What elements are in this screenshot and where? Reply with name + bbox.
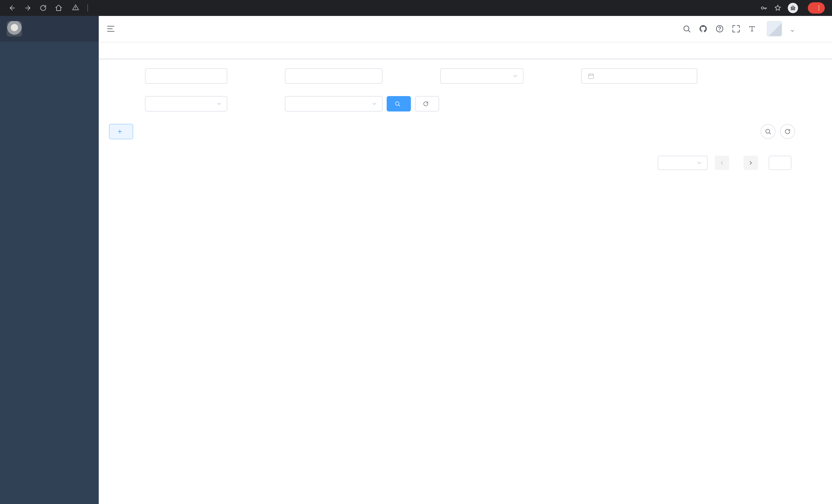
goto-page-input[interactable]: [769, 156, 791, 170]
filter-row-1: [109, 68, 795, 84]
help-icon[interactable]: [715, 24, 724, 33]
table-tools: [760, 124, 795, 139]
back-icon[interactable]: [5, 1, 20, 15]
parent-process-input[interactable]: [285, 68, 383, 84]
refresh-table-button[interactable]: [780, 124, 795, 139]
table-toolbar: [109, 124, 795, 139]
prev-page-button[interactable]: [715, 156, 729, 170]
address-bar[interactable]: [72, 4, 759, 12]
pagination: [109, 156, 795, 170]
plus-icon: [117, 129, 123, 135]
key-icon[interactable]: [760, 4, 768, 12]
warning-icon: [72, 4, 79, 12]
page-content: [99, 59, 832, 504]
hide-search-button[interactable]: [760, 124, 775, 139]
create-process-button[interactable]: [109, 124, 133, 139]
home-icon[interactable]: [51, 1, 66, 15]
calendar-icon: [588, 73, 594, 79]
fullscreen-icon[interactable]: [732, 24, 740, 33]
sidebar-toggle-icon[interactable]: [99, 24, 123, 33]
search-button[interactable]: [387, 96, 411, 111]
status-select[interactable]: [145, 96, 227, 111]
chevron-down-icon: [696, 160, 702, 166]
submit-time-range-picker[interactable]: [581, 68, 697, 84]
address-separator: [87, 4, 88, 11]
main-panel: [99, 16, 832, 504]
page-size-select[interactable]: [658, 156, 707, 170]
category-select[interactable]: [440, 68, 523, 84]
font-size-icon[interactable]: [748, 25, 756, 33]
search-icon[interactable]: [682, 24, 691, 33]
result-select[interactable]: [285, 96, 383, 111]
refresh-icon: [784, 128, 791, 135]
process-name-input[interactable]: [145, 68, 227, 84]
chevron-down-icon[interactable]: [790, 28, 795, 33]
app-header: [99, 16, 832, 41]
github-icon[interactable]: [699, 24, 707, 33]
reload-icon[interactable]: [36, 1, 50, 15]
header-actions: [682, 21, 832, 36]
chevron-right-icon: [748, 160, 754, 166]
app-logo-avatar: [7, 21, 22, 36]
bookmark-star-icon[interactable]: [774, 4, 782, 12]
search-icon: [394, 101, 400, 107]
chrome-actions: [760, 2, 827, 13]
chevron-down-icon: [512, 73, 518, 79]
tags-view: [99, 41, 832, 59]
incognito-indicator: [788, 3, 802, 13]
search-icon: [765, 128, 771, 135]
browser-chrome: [0, 0, 832, 16]
refresh-icon: [423, 101, 429, 107]
next-page-button[interactable]: [744, 156, 758, 170]
chevron-down-icon: [371, 101, 378, 107]
goto-page: [765, 156, 795, 170]
app-logo[interactable]: [0, 16, 99, 41]
user-avatar[interactable]: [767, 21, 782, 36]
browser-menu-icon: [815, 5, 822, 11]
filter-row-2: [109, 96, 795, 111]
screen: [0, 0, 832, 504]
sidebar: [0, 16, 99, 504]
incognito-icon: [788, 3, 798, 13]
forward-icon[interactable]: [21, 1, 35, 15]
chevron-down-icon: [216, 101, 222, 107]
reset-button[interactable]: [415, 96, 439, 111]
chevron-left-icon: [719, 160, 725, 166]
update-button[interactable]: [808, 2, 825, 13]
